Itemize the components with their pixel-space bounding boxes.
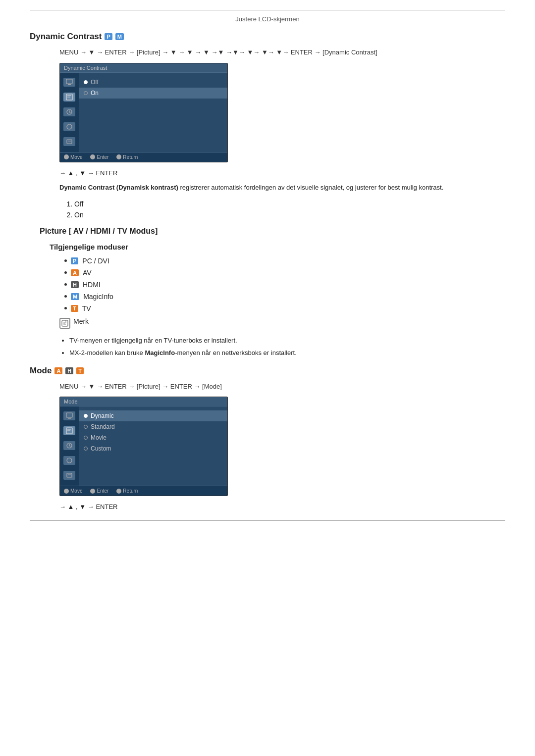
radio-off — [84, 80, 88, 84]
dynamic-contrast-description: Dynamic Contrast (Dynamisk kontrast) reg… — [59, 183, 505, 193]
mode-hdmi-label: HDMI — [83, 281, 101, 289]
mode-section: Mode A H T MENU → ▼ → ENTER → [Picture] … — [30, 366, 505, 511]
mode-tv-label: TV — [82, 304, 91, 312]
tv-mode-icon-2 — [63, 426, 75, 435]
mode-label: Mode — [30, 366, 52, 376]
dynamic-contrast-desc-text: registrerer automatisk fordelingen av de… — [180, 184, 443, 191]
svg-rect-13 — [68, 418, 71, 419]
svg-rect-12 — [66, 413, 72, 417]
mode-move-icon — [64, 489, 69, 494]
top-border — [30, 10, 505, 10]
bullet-dot-3 — [64, 283, 67, 286]
tv-mode-screen-footer: Move Enter Return — [60, 486, 227, 496]
radio-dynamic — [84, 414, 88, 418]
tv-screen-mode: Mode — [59, 397, 228, 496]
note-box: Merk — [59, 317, 505, 329]
tv-mode-screen-header: Mode — [60, 397, 227, 406]
bullet-dot-2 — [64, 271, 67, 274]
svg-rect-0 — [66, 79, 72, 84]
dynamic-contrast-list: Off On — [74, 200, 505, 219]
svg-rect-1 — [68, 84, 71, 85]
enter-icon — [90, 154, 95, 159]
tv-mode-icon-4 — [63, 456, 75, 465]
mode-av-label: AV — [83, 269, 92, 277]
mode-magicinfo-label: MagicInfo — [83, 293, 113, 301]
badge-magicinfo: M — [71, 293, 79, 300]
tv-mode-menu-area: Dynamic Standard Movie Custom — [60, 406, 227, 486]
tv-option-custom: Custom — [79, 443, 227, 454]
bottom-border — [30, 520, 505, 521]
tv-option-on: On — [79, 88, 227, 99]
list-item-off: Off — [74, 200, 505, 208]
page-title: Justere LCD-skjermen — [30, 15, 505, 23]
footer-move: Move — [64, 154, 82, 160]
svg-point-8 — [67, 124, 72, 129]
mode-pc-dvi: P PC / DVI — [64, 257, 505, 265]
tv-options-col: Off On — [79, 73, 227, 152]
mode-return-icon — [116, 489, 121, 494]
available-modes-title: Tilgjengelige moduser — [50, 243, 505, 251]
tv-option-off: Off — [79, 77, 227, 88]
tv-screen-footer: Move Enter Return — [60, 152, 227, 162]
tv-option-movie: Movie — [79, 432, 227, 443]
badge-pc: P — [71, 257, 78, 264]
dynamic-contrast-nav: → ▲ , ▼ → ENTER — [59, 169, 505, 177]
tv-mode-icon-5 — [63, 471, 75, 480]
mode-hdmi: H HDMI — [64, 281, 505, 289]
svg-rect-9 — [67, 140, 72, 144]
move-icon — [64, 154, 69, 159]
mode-badge-h: H — [65, 367, 73, 374]
magicinfo-emphasis: MagicInfo — [145, 349, 175, 356]
mode-section-title: Mode A H T — [30, 366, 505, 376]
svg-point-20 — [67, 458, 72, 463]
tv-mode-icons-col — [60, 406, 79, 486]
radio-standard — [84, 425, 88, 429]
tv-option-standard: Standard — [79, 421, 227, 432]
return-icon — [116, 154, 121, 159]
mode-footer-return: Return — [116, 488, 138, 494]
badge-hdmi: H — [71, 281, 79, 288]
radio-custom — [84, 447, 88, 451]
list-item-on: On — [74, 211, 505, 219]
modes-list: P PC / DVI A AV H HDMI M MagicInfo T — [64, 257, 505, 312]
mode-badge-a: A — [54, 367, 62, 374]
bullet-dot-4 — [64, 295, 67, 298]
tv-icon-3 — [63, 107, 75, 116]
tv-screen-header: Dynamic Contrast — [60, 63, 227, 73]
tv-screen-dynamic-contrast: Dynamic Contrast — [59, 63, 228, 162]
note-items-list: TV-menyen er tilgjengelig når en TV-tune… — [69, 336, 505, 358]
radio-movie — [84, 436, 88, 440]
tv-mode-options-col: Dynamic Standard Movie Custom — [79, 406, 227, 486]
tv-option-dynamic: Dynamic — [79, 410, 227, 421]
badge-av: A — [71, 269, 79, 276]
tv-icon-4 — [63, 122, 75, 131]
svg-line-19 — [69, 446, 70, 447]
mode-nav: → ▲ , ▼ → ENTER — [59, 503, 505, 510]
note-item-1: TV-menyen er tilgjengelig når en TV-tune… — [69, 336, 505, 346]
dynamic-contrast-menu-path: MENU → ▼ → ENTER → [Picture] → ▼ → ▼ → ▼… — [59, 48, 505, 58]
footer-enter: Enter — [90, 154, 108, 160]
dynamic-contrast-screenshot: Dynamic Contrast — [59, 63, 505, 162]
picture-section-title: Picture [ AV / HDMI / TV Modus] — [40, 227, 505, 236]
dynamic-contrast-term: Dynamic Contrast (Dynamisk kontrast) — [59, 184, 178, 191]
mode-footer-move: Move — [64, 488, 82, 494]
mode-pc-label: PC / DVI — [82, 257, 109, 265]
mode-tv: T TV — [64, 304, 505, 312]
page-container: Justere LCD-skjermen Dynamic Contrast P … — [0, 0, 535, 541]
note-icon — [59, 318, 70, 329]
dynamic-contrast-title: Dynamic Contrast P M — [30, 32, 505, 42]
tv-mode-icon-1 — [63, 411, 75, 420]
tv-icons-col — [60, 73, 79, 152]
note-label: Merk — [73, 317, 89, 325]
bullet-dot-1 — [64, 259, 67, 262]
bullet-dot-5 — [64, 307, 67, 309]
mode-magicinfo: M MagicInfo — [64, 293, 505, 301]
picture-section: Picture [ AV / HDMI / TV Modus] Tilgjeng… — [30, 227, 505, 358]
mode-menu-path: MENU → ▼ → ENTER → [Picture] → ENTER → [… — [59, 382, 505, 392]
footer-return: Return — [116, 154, 138, 160]
svg-line-7 — [69, 112, 70, 113]
tv-icon-1 — [63, 78, 75, 87]
svg-rect-21 — [67, 473, 72, 477]
dynamic-contrast-label: Dynamic Contrast — [30, 32, 102, 42]
mode-footer-enter: Enter — [90, 488, 108, 494]
